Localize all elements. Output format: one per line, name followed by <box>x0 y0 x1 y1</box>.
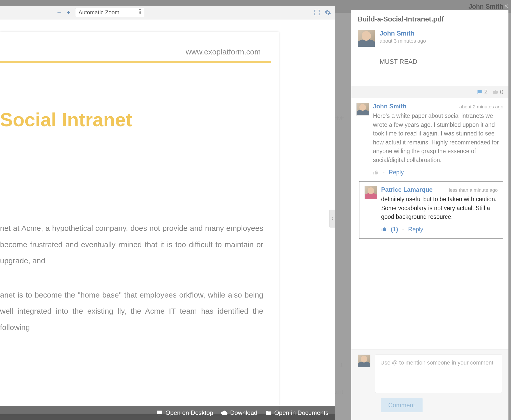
open-documents-button[interactable]: Open in Documents <box>265 409 328 416</box>
like-count: (1) <box>391 226 398 233</box>
comment-text: definitely useful but to be taken with c… <box>381 195 498 221</box>
fullscreen-icon[interactable] <box>314 9 321 16</box>
comments-count[interactable]: 2 <box>476 88 487 96</box>
comment-time: about 2 minutes ago <box>459 104 503 110</box>
panel-collapse-handle[interactable] <box>329 210 335 228</box>
doc-para: net at Acme, a hypothetical company, doe… <box>0 220 263 269</box>
separator: - <box>402 226 404 233</box>
comment-author[interactable]: Patrice Lamarque <box>381 186 433 193</box>
download-label: Download <box>230 409 257 416</box>
avatar[interactable] <box>358 30 375 47</box>
post-time: about 3 minutes ago <box>380 38 426 44</box>
comment: John Smith about 2 minutes ago Here's a … <box>356 103 503 176</box>
svg-rect-0 <box>157 411 162 414</box>
open-desktop-label: Open on Desktop <box>165 409 213 416</box>
likes-count[interactable]: 0 <box>492 88 503 96</box>
gear-icon[interactable] <box>324 9 331 16</box>
comment-nested: Patrice Lamarque less than a minute ago … <box>359 181 503 239</box>
compose-area <box>351 349 508 398</box>
chevron-updown-icon <box>139 11 141 14</box>
bg-text: 1 <box>340 362 343 369</box>
folder-icon <box>265 410 272 416</box>
avatar[interactable] <box>356 103 369 116</box>
post-author[interactable]: John Smith <box>380 30 426 37</box>
comment-icon <box>476 89 483 95</box>
doc-para: anet is to become the "home base" that e… <box>0 287 263 336</box>
pdf-viewer: − + Automatic Zoom www.exoplatform.com S… <box>0 6 335 414</box>
zoom-select-label: Automatic Zoom <box>78 9 119 16</box>
doc-title: Social Intranet <box>0 73 271 133</box>
compose-actions: Comment <box>351 398 508 420</box>
reply-link[interactable]: Reply <box>389 169 404 176</box>
separator: - <box>383 169 385 176</box>
likes-count-value: 0 <box>500 88 503 96</box>
comment-actions: - Reply <box>373 169 503 176</box>
comment-actions: (1) - Reply <box>381 226 498 233</box>
like-icon[interactable] <box>373 170 379 175</box>
viewer-toolbar: − + Automatic Zoom <box>0 6 335 19</box>
avatar[interactable] <box>358 355 370 367</box>
viewer-bottom-bar: Open on Desktop Download Open in Documen… <box>0 406 335 420</box>
avatar[interactable] <box>365 186 377 199</box>
zoom-out-button[interactable]: − <box>56 10 62 15</box>
comment-time: less than a minute ago <box>449 187 498 193</box>
like-icon[interactable] <box>381 226 387 232</box>
comments-list: John Smith about 2 minutes ago Here's a … <box>351 98 508 349</box>
doc-body: net at Acme, a hypothetical company, doe… <box>0 220 271 336</box>
topbar-username[interactable]: John Smith <box>469 3 503 10</box>
close-icon[interactable]: × <box>504 2 508 10</box>
comment: Patrice Lamarque less than a minute ago … <box>365 186 498 233</box>
zoom-select[interactable]: Automatic Zoom <box>75 8 144 17</box>
monitor-icon <box>156 410 163 416</box>
doc-url: www.exoplatform.com <box>0 48 271 56</box>
activity-post: John Smith about 3 minutes ago MUST-READ <box>351 30 508 71</box>
comment-button[interactable]: Comment <box>381 398 423 412</box>
comment-input[interactable] <box>375 355 502 393</box>
bg-text: tivit <box>335 115 344 122</box>
like-icon <box>492 89 498 95</box>
comment-text: Here's a white paper about social intran… <box>373 111 503 164</box>
bg-text: al it <box>334 389 343 395</box>
open-documents-label: Open in Documents <box>274 409 328 416</box>
pdf-page: www.exoplatform.com Social Intranet net … <box>0 32 279 414</box>
download-button[interactable]: Download <box>221 409 257 416</box>
comments-count-value: 2 <box>484 88 487 96</box>
download-icon <box>221 410 228 416</box>
zoom-in-button[interactable]: + <box>66 10 71 15</box>
stats-bar: 2 0 <box>351 86 508 98</box>
post-body: MUST-READ <box>380 44 426 65</box>
open-desktop-button[interactable]: Open on Desktop <box>156 409 213 416</box>
reply-link[interactable]: Reply <box>408 226 423 233</box>
svg-rect-1 <box>158 415 161 415</box>
comment-author[interactable]: John Smith <box>373 103 406 110</box>
doc-divider <box>0 61 271 63</box>
panel-title: Build-a-Social-Intranet.pdf <box>351 10 508 30</box>
activity-panel: Build-a-Social-Intranet.pdf John Smith a… <box>351 10 508 420</box>
